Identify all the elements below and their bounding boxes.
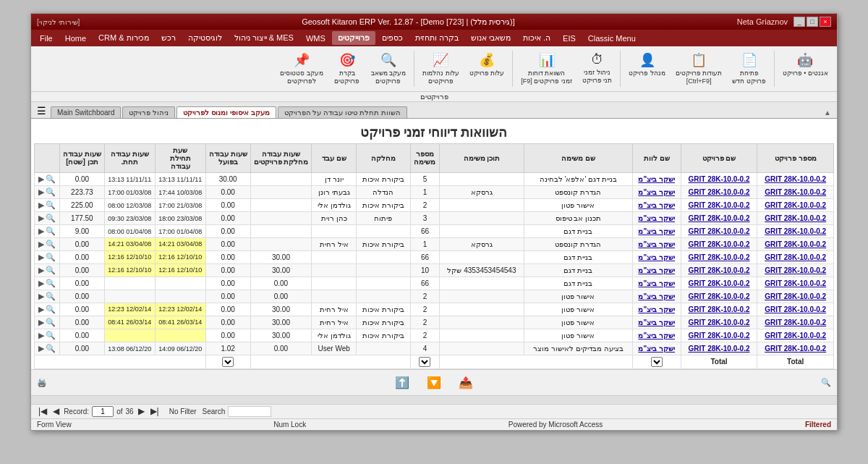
menu-eis[interactable]: EIS	[557, 32, 582, 45]
project-num-link[interactable]: GRIT 28K-10.0-0.2	[765, 188, 826, 196]
project-num-link[interactable]: GRIT 28K-10.0-0.2	[765, 345, 826, 353]
project-name-link[interactable]: GRIT 28K-10.0-0.2	[688, 227, 749, 235]
filter-icon[interactable]: 🔽	[421, 373, 447, 392]
project-name-link[interactable]: GRIT 28K-10.0-0.2	[688, 305, 749, 313]
search-row-btn[interactable]: 🔍	[45, 174, 56, 184]
tab-collection[interactable]: מעקב איסופי ומנוס לפרויקט	[176, 106, 276, 118]
nav-row-btn[interactable]: ▶	[38, 344, 45, 353]
project-name-link[interactable]: GRIT 28K-10.0-0.2	[688, 279, 749, 287]
minimize-button[interactable]: _	[793, 17, 805, 27]
manager-link[interactable]: ישקר ביצ"מ	[638, 175, 675, 183]
project-num-link[interactable]: GRIT 28K-10.0-0.2	[765, 253, 826, 261]
manager-link[interactable]: ישקר ביצ"מ	[638, 253, 675, 261]
menu-crm[interactable]: CRM & מכירות	[93, 31, 155, 45]
nav-row-btn[interactable]: ▶	[38, 201, 45, 210]
total-dropdown3[interactable]: ▼	[205, 355, 250, 368]
tab-nav-icon[interactable]: ☰	[34, 104, 49, 118]
nav-row-btn[interactable]: ▶	[38, 331, 45, 340]
search-row-btn[interactable]: 🔍	[45, 253, 56, 262]
tb-btn-new[interactable]: 📄 פתיחתפרויקט חדש	[728, 49, 770, 88]
tb-btn-times[interactable]: ⏱ ניהול זמניתני פרויקט	[578, 49, 617, 88]
nav-prev[interactable]: ◀	[51, 406, 61, 416]
manager-link[interactable]: ישקר ביצ"מ	[638, 227, 675, 235]
close-button[interactable]: ×	[820, 17, 831, 27]
menu-production[interactable]: ייצור ניהול & MES	[229, 31, 299, 45]
tb-btn-track[interactable]: 🔍 מעקב משאבפרויקטים	[367, 49, 411, 88]
menu-classic[interactable]: Classic Menu	[582, 32, 642, 45]
menu-control[interactable]: בקרה ותחזית	[409, 31, 464, 45]
search-row-btn[interactable]: 🔍	[45, 292, 56, 301]
tb-btn-manager[interactable]: 👤 מנהל פרויקט	[624, 49, 670, 88]
search-row-btn[interactable]: 🔍	[45, 201, 56, 210]
search-row-btn[interactable]: 🔍	[45, 266, 56, 275]
tb-btn-cost[interactable]: 💰 עלות פרויקט	[465, 49, 509, 88]
export-icon[interactable]: 📤	[453, 373, 479, 392]
project-num-link[interactable]: GRIT 28K-10.0-0.2	[765, 332, 826, 339]
menu-rekesh[interactable]: רכש	[156, 31, 182, 45]
manager-link[interactable]: ישקר ביצ"מ	[638, 305, 675, 313]
tab-switchboard[interactable]: Main Switchboard	[51, 106, 121, 118]
search-row-btn[interactable]: 🔍	[45, 331, 56, 340]
nav-row-btn[interactable]: ▶	[38, 253, 45, 262]
project-num-link[interactable]: GRIT 28K-10.0-0.2	[765, 214, 826, 222]
search-input[interactable]	[228, 406, 271, 417]
nav-next[interactable]: ▶	[137, 406, 146, 416]
project-name-link[interactable]: GRIT 28K-10.0-0.2	[688, 188, 749, 196]
search-row-btn[interactable]: 🔍	[45, 344, 56, 353]
maximize-button[interactable]: □	[807, 17, 818, 27]
total-dropdown2[interactable]: ▼	[410, 355, 439, 368]
nav-row-btn[interactable]: ▶	[38, 266, 45, 275]
nav-row-btn[interactable]: ▶	[38, 174, 45, 184]
nav-row-btn[interactable]: ▶	[38, 279, 45, 288]
menu-hr[interactable]: משאבי אנוש	[465, 31, 516, 45]
nav-row-btn[interactable]: ▶	[38, 305, 45, 314]
nav-row-btn[interactable]: ▶	[38, 227, 45, 236]
tb-btn-records[interactable]: 📋 תעודות פרויקטים[Ctrl+F9]	[671, 49, 727, 88]
tb-btn-costmng[interactable]: 📈 עלות נהלמותפרויקטים	[418, 49, 464, 88]
project-num-link[interactable]: GRIT 28K-10.0-0.2	[765, 266, 826, 274]
total-dropdown1[interactable]: ▼	[632, 355, 681, 368]
search-row-btn[interactable]: 🔍	[45, 305, 56, 314]
project-num-link[interactable]: GRIT 28K-10.0-0.2	[765, 240, 826, 248]
menu-wms[interactable]: WMS	[300, 32, 331, 45]
project-name-link[interactable]: GRIT 28K-10.0-0.2	[688, 292, 749, 300]
search-bottom-icon[interactable]: 🔍	[821, 378, 831, 387]
manager-link[interactable]: ישקר ביצ"מ	[638, 319, 675, 326]
project-name-link[interactable]: GRIT 28K-10.0-0.2	[688, 345, 749, 353]
search-row-btn[interactable]: 🔍	[45, 318, 56, 327]
project-name-link[interactable]: GRIT 28K-10.0-0.2	[688, 201, 749, 209]
tb-btn-agents[interactable]: 🤖 אגנטים • פרויקט	[778, 49, 833, 88]
nav-row-btn[interactable]: ▶	[38, 214, 45, 223]
search-row-btn[interactable]: 🔍	[45, 187, 56, 197]
menu-quality[interactable]: ה. איכות	[517, 31, 556, 45]
manager-link[interactable]: ישקר ביצ"מ	[638, 332, 675, 339]
nav-current[interactable]	[92, 406, 114, 417]
project-name-link[interactable]: GRIT 28K-10.0-0.2	[688, 214, 749, 222]
nav-row-btn[interactable]: ▶	[38, 292, 45, 301]
manager-link[interactable]: ישקר ביצ"מ	[638, 201, 675, 209]
search-row-btn[interactable]: 🔍	[45, 240, 56, 249]
project-num-link[interactable]: GRIT 28K-10.0-0.2	[765, 292, 826, 300]
tb-btn-control[interactable]: 🎯 בקרתפרויקטים	[329, 49, 365, 88]
menu-projects[interactable]: פרוייקטים	[332, 31, 375, 45]
project-name-link[interactable]: GRIT 28K-10.0-0.2	[688, 319, 749, 326]
sort-icon[interactable]: ⬆️	[389, 373, 415, 392]
nav-row-btn[interactable]: ▶	[38, 240, 45, 249]
tb-btn-status[interactable]: 📌 מעקב סטטוסיםלפרויקטים	[276, 49, 328, 88]
search-row-btn[interactable]: 🔍	[45, 214, 56, 223]
search-row-btn[interactable]: 🔍	[45, 279, 56, 288]
manager-link[interactable]: ישקר ביצ"מ	[638, 188, 675, 196]
tab-start[interactable]: השוות תחלת טיטו עבודה על הפרויקט	[278, 106, 407, 118]
menu-finance[interactable]: כספים	[376, 31, 409, 45]
tab-expand-icon[interactable]: ▲	[821, 107, 834, 118]
project-name-link[interactable]: GRIT 28K-10.0-0.2	[688, 175, 749, 183]
nav-last[interactable]: ▶|	[149, 406, 161, 416]
tb-btn-compare[interactable]: 📊 השוואת דוחותזמני פרויקטים [F9]	[516, 49, 576, 88]
manager-link[interactable]: ישקר ביצ"מ	[638, 214, 675, 222]
menu-file[interactable]: File	[34, 32, 59, 45]
manager-link[interactable]: ישקר ביצ"מ	[638, 240, 675, 248]
manager-link[interactable]: ישקר ביצ"מ	[638, 345, 675, 353]
nav-row-btn[interactable]: ▶	[38, 318, 45, 327]
nav-first[interactable]: |◀	[37, 406, 48, 416]
manager-link[interactable]: ישקר ביצ"מ	[638, 266, 675, 274]
